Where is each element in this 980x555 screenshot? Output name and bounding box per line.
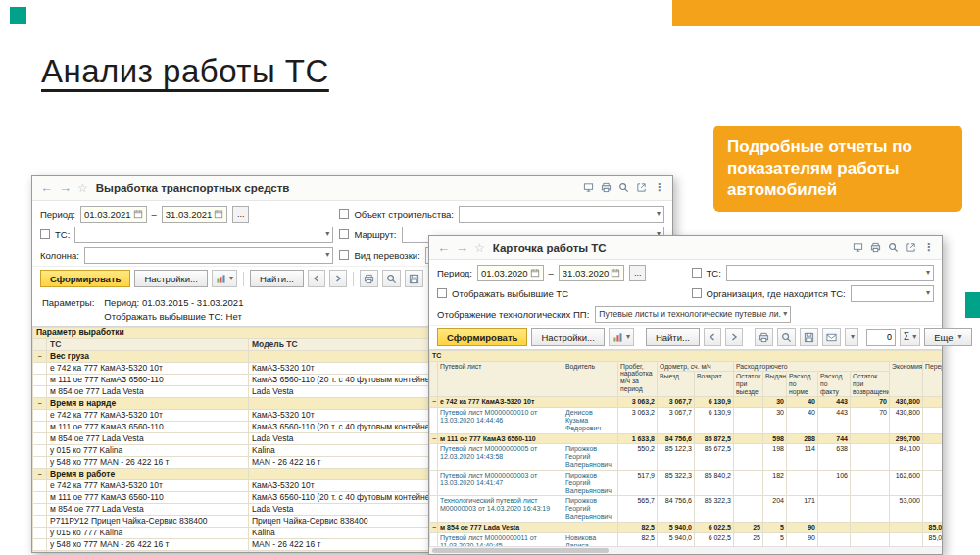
route-checkbox[interactable]: [339, 229, 349, 239]
row-expander[interactable]: [33, 433, 47, 445]
row-expander[interactable]: −: [33, 551, 47, 553]
cell-waybill[interactable]: е 742 ка 777 КамАЗ-5320 10т: [438, 397, 564, 408]
save-button[interactable]: [800, 328, 818, 346]
show-retired-checkbox[interactable]: [437, 288, 447, 298]
settings-button[interactable]: Настройки...: [134, 270, 208, 287]
print-button[interactable]: [755, 328, 773, 346]
row-expander[interactable]: [33, 363, 47, 375]
date-to-field[interactable]: 31.03.2020: [559, 265, 625, 281]
row-expander[interactable]: −: [33, 351, 47, 363]
find-button[interactable]: Найти...: [250, 270, 304, 287]
row-expander[interactable]: [430, 532, 438, 546]
calendar-icon[interactable]: [611, 268, 620, 278]
back-button[interactable]: ←: [40, 181, 53, 194]
back-button[interactable]: ←: [437, 241, 450, 254]
date-from-field[interactable]: 01.03.2020: [477, 265, 544, 281]
column-combo[interactable]: ▾: [84, 247, 333, 264]
cell-waybill[interactable]: Путевой лист М0000000010 от 13.03.2020 1…: [438, 408, 564, 433]
forward-button[interactable]: →: [59, 181, 72, 194]
date-to-field[interactable]: 31.03.2021: [162, 206, 228, 223]
search-icon[interactable]: [888, 242, 899, 253]
row-expander[interactable]: [430, 496, 438, 522]
calendar-icon[interactable]: [133, 209, 143, 219]
row-expander[interactable]: [33, 480, 47, 492]
ts-combo[interactable]: ▾: [74, 227, 333, 243]
cell-driver[interactable]: [564, 397, 618, 408]
object-checkbox[interactable]: [339, 209, 349, 219]
favorite-star-icon[interactable]: ☆: [77, 182, 88, 194]
print-icon[interactable]: [870, 242, 881, 253]
row-expander[interactable]: −: [33, 398, 47, 410]
cell-driver[interactable]: Денисов Кузьма Федорович: [564, 408, 618, 433]
settings-button[interactable]: Настройки...: [531, 328, 605, 346]
find-next-button[interactable]: [329, 270, 347, 287]
generate-button[interactable]: Сформировать: [437, 328, 527, 346]
organization-checkbox[interactable]: [692, 288, 702, 298]
cell-driver[interactable]: Пирожков Георгий Валерьянович: [564, 496, 618, 522]
cell-driver[interactable]: Новикова Лариса Федоровна: [564, 532, 618, 546]
horizontal-scrollbar[interactable]: [429, 546, 942, 554]
print-button[interactable]: [360, 270, 378, 287]
date-from-field[interactable]: 01.03.2021: [80, 206, 147, 223]
table-row[interactable]: − м 854 ое 777 Lada Vesta 82,5 5 940,0 6…: [430, 522, 943, 532]
calendar-icon[interactable]: [214, 209, 223, 219]
row-expander[interactable]: [33, 386, 47, 398]
table-row[interactable]: Путевой лист М0000000011 от 11.03.2020 1…: [430, 532, 943, 546]
send-mail-button[interactable]: [822, 328, 841, 346]
object-combo[interactable]: ▾: [459, 206, 664, 223]
cell-waybill[interactable]: м 854 ое 777 Lada Vesta: [438, 522, 564, 532]
cell-waybill[interactable]: Путевой лист М0000000003 от 13.03.2020 1…: [438, 470, 564, 495]
ts-checkbox[interactable]: [692, 268, 702, 278]
row-expander[interactable]: [33, 457, 47, 469]
generate-button[interactable]: Сформировать: [40, 270, 130, 287]
calendar-icon[interactable]: [530, 268, 540, 278]
favorite-star-icon[interactable]: ☆: [474, 242, 485, 254]
row-expander[interactable]: [33, 539, 47, 551]
find-previous-button[interactable]: [308, 270, 325, 287]
row-expander[interactable]: [430, 470, 438, 495]
window2-report-grid[interactable]: ТС Путевой лист Водитель Пробег, наработ…: [429, 349, 942, 546]
report-variants-button[interactable]: ▾: [212, 270, 237, 287]
pp-display-combo[interactable]: Путевые листы и технологические путевые …: [595, 306, 791, 323]
row-expander[interactable]: −: [430, 433, 438, 444]
find-next-button[interactable]: [725, 328, 743, 346]
open-in-window-icon[interactable]: [853, 242, 863, 253]
open-in-window-icon[interactable]: [583, 182, 594, 193]
cell-waybill[interactable]: Путевой лист М0000000011 от 11.03.2020 1…: [438, 532, 564, 546]
row-expander[interactable]: [33, 375, 47, 386]
sum-field[interactable]: [866, 329, 896, 346]
table-row[interactable]: Путевой лист М0000000005 от 12.03.2020 1…: [430, 444, 943, 470]
row-expander[interactable]: [33, 410, 47, 422]
kebab-menu-icon[interactable]: ⋮: [923, 242, 934, 253]
row-expander[interactable]: [430, 408, 438, 433]
row-expander[interactable]: [33, 422, 47, 433]
autosum-button[interactable]: Σ ▾: [900, 328, 920, 346]
print-icon[interactable]: [601, 182, 612, 193]
cell-driver[interactable]: [564, 522, 618, 532]
organization-combo[interactable]: ▾: [851, 285, 934, 302]
table-row[interactable]: Путевой лист М0000000003 от 13.03.2020 1…: [430, 470, 943, 495]
row-expander[interactable]: −: [430, 397, 438, 408]
table-row[interactable]: − м 111 ое 777 КамАЗ 6560-110 1 633,8 84…: [430, 433, 943, 444]
preview-button[interactable]: [777, 328, 796, 346]
forward-button[interactable]: →: [456, 241, 468, 254]
external-link-icon[interactable]: [636, 182, 647, 193]
cell-waybill[interactable]: Технологический путевой лист М00000003 о…: [438, 496, 564, 522]
find-button[interactable]: Найти...: [646, 328, 700, 346]
ts-checkbox[interactable]: [40, 229, 50, 239]
ts-combo[interactable]: ▾: [726, 265, 934, 281]
row-expander[interactable]: [430, 444, 438, 470]
more-button[interactable]: Еще ▾: [924, 328, 971, 346]
table-row[interactable]: Технологический путевой лист М00000003 о…: [430, 496, 943, 522]
table-row[interactable]: − е 742 ка 777 КамАЗ-5320 10т 3 063,2 3 …: [430, 397, 943, 408]
period-options-button[interactable]: ...: [629, 265, 646, 281]
cell-driver[interactable]: Пирожков Георгий Валерьянович: [564, 444, 618, 470]
save-button[interactable]: [405, 270, 423, 287]
search-icon[interactable]: [618, 182, 629, 193]
scrollbar-thumb[interactable]: [432, 548, 609, 553]
row-expander[interactable]: −: [430, 522, 438, 532]
more-actions-dropdown[interactable]: ▾: [845, 328, 858, 346]
cell-waybill[interactable]: м 111 ое 777 КамАЗ 6560-110: [438, 433, 564, 444]
cell-waybill[interactable]: Путевой лист М0000000005 от 12.03.2020 1…: [438, 444, 564, 470]
period-options-button[interactable]: ...: [232, 206, 249, 223]
